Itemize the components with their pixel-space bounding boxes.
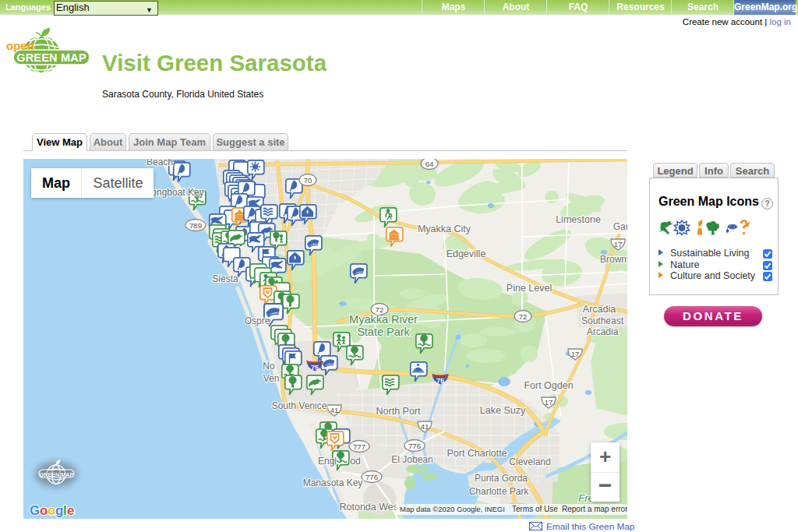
svg-text:Pine Level: Pine Level <box>507 283 552 294</box>
svg-text:776: 776 <box>365 473 378 481</box>
svg-text:41: 41 <box>330 406 339 414</box>
svg-text:Report a map error: Report a map error <box>562 505 627 513</box>
svg-text:Arcadia: Arcadia <box>587 326 619 337</box>
svg-text:75: 75 <box>436 377 444 385</box>
svg-text:Terms of Use: Terms of Use <box>512 505 558 513</box>
svg-text:Ven: Ven <box>263 373 280 384</box>
svg-text:o: o <box>48 503 55 518</box>
svg-text:72: 72 <box>519 312 528 321</box>
svg-text:Cleveland: Cleveland <box>509 456 550 467</box>
svg-text:Southeast: Southeast <box>581 315 624 326</box>
svg-text:Port Charlotte: Port Charlotte <box>447 448 507 459</box>
svg-text:od: od <box>350 456 360 467</box>
svg-text:777: 777 <box>353 442 365 451</box>
svg-text:Rotonda West: Rotonda West <box>340 502 402 513</box>
svg-text:GREEN MAP: GREEN MAP <box>16 51 87 64</box>
svg-text:789: 789 <box>189 221 202 230</box>
svg-text:o: o <box>40 503 48 518</box>
svg-text:Edgeville: Edgeville <box>447 248 486 259</box>
svg-text:70: 70 <box>304 176 312 185</box>
svg-text:Manasota Key: Manasota Key <box>303 477 363 488</box>
svg-text:Arcadia: Arcadia <box>583 304 616 315</box>
svg-text:Fort Ogden: Fort Ogden <box>524 380 573 391</box>
svg-text:State Park: State Park <box>357 326 410 338</box>
svg-text:e: e <box>67 503 74 518</box>
svg-text:17: 17 <box>571 350 580 358</box>
svg-text:Punta Gorda: Punta Gorda <box>475 473 528 484</box>
svg-text:72: 72 <box>376 305 384 314</box>
svg-text:64: 64 <box>425 160 434 168</box>
svg-text:ongboat Key: ongboat Key <box>151 187 203 198</box>
svg-text:open: open <box>6 39 34 52</box>
svg-text:Engl: Engl <box>318 456 337 467</box>
svg-text:G: G <box>30 503 40 518</box>
svg-text:Charlotte Park: Charlotte Park <box>469 486 530 497</box>
svg-text:41: 41 <box>421 422 429 431</box>
svg-text:Limestone: Limestone <box>556 214 601 225</box>
svg-text:South Venice: South Venice <box>272 400 327 411</box>
svg-text:Map data ©2020 Google, INEGI: Map data ©2020 Google, INEGI <box>400 505 505 513</box>
svg-text:Brownv: Brownv <box>600 254 627 265</box>
svg-text:El Jobean: El Jobean <box>391 454 433 465</box>
svg-text:GREEN MAP: GREEN MAP <box>40 471 74 478</box>
svg-text:North Port: North Port <box>376 406 421 417</box>
svg-text:Gard: Gard <box>613 221 627 232</box>
svg-text:17: 17 <box>614 240 623 248</box>
svg-text:Myakka City: Myakka City <box>418 224 471 234</box>
svg-text:g: g <box>55 503 63 518</box>
svg-text:Beach: Beach <box>147 159 173 167</box>
svg-text:Myakka River: Myakka River <box>349 313 418 326</box>
svg-text:Lake Suzy: Lake Suzy <box>480 405 526 416</box>
svg-text:No: No <box>263 361 275 372</box>
svg-text:17: 17 <box>545 398 553 407</box>
svg-text:Ospre: Ospre <box>245 315 270 326</box>
svg-text:Siesta: Siesta <box>212 273 238 284</box>
svg-text:776: 776 <box>408 442 421 450</box>
svg-text:75: 75 <box>311 364 319 372</box>
